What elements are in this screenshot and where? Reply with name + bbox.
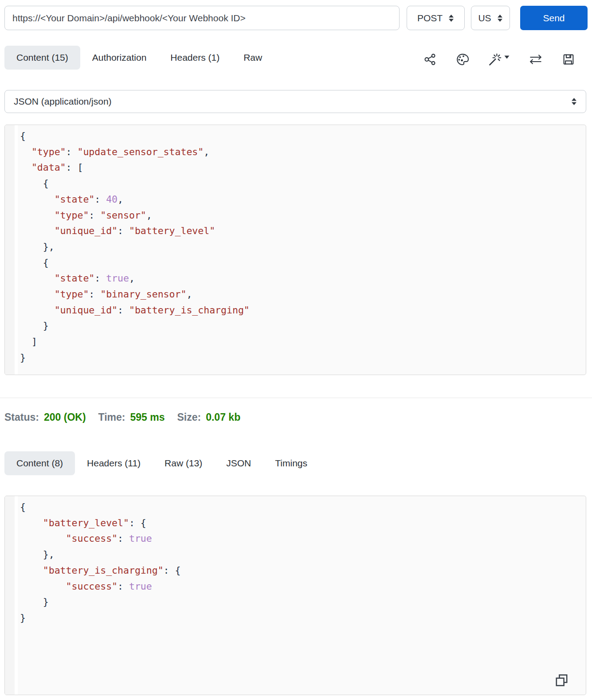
code-line: "type": "binary_sensor", <box>20 286 250 302</box>
response-body-viewer: { "battery_level": { "success": true }, … <box>4 496 586 695</box>
divider <box>0 398 592 398</box>
code-line: } <box>20 318 250 334</box>
updown-arrows-icon <box>448 14 454 22</box>
share-icon[interactable] <box>423 53 437 66</box>
time-value: 595 ms <box>130 411 165 423</box>
status-value: 200 (OK) <box>44 411 86 423</box>
tab-request-headers[interactable]: Headers (1) <box>158 46 231 70</box>
tab-request-content[interactable]: Content (15) <box>4 46 80 70</box>
save-icon[interactable] <box>562 53 575 66</box>
code-line: "unique_id": "battery_level" <box>20 223 250 239</box>
region-select-value: US <box>478 13 491 23</box>
code-line: { <box>20 128 250 144</box>
status-label: Status: <box>4 411 39 423</box>
code-line: { <box>20 176 250 192</box>
code-line: "battery_is_charging": { <box>20 563 180 579</box>
code-line: "state": 40, <box>20 192 250 207</box>
code-line: "data": [ <box>20 160 250 176</box>
code-line: } <box>20 610 180 626</box>
code-line: }, <box>20 547 180 563</box>
response-status-row: Status: 200 (OK) Time: 595 ms Size: 0.07… <box>4 411 253 423</box>
code-line: "battery_level": { <box>20 515 180 531</box>
response-body-code: { "battery_level": { "success": true }, … <box>20 499 180 626</box>
code-line: "type": "update_sensor_states", <box>20 144 250 160</box>
toolbar <box>423 53 575 66</box>
body-type-select-value: JSON (application/json) <box>14 96 112 107</box>
tab-response-raw[interactable]: Raw (13) <box>153 451 214 475</box>
caret-down-icon <box>504 55 510 59</box>
code-line: { <box>20 499 180 515</box>
url-input[interactable] <box>4 6 400 30</box>
code-line: "success": true <box>20 531 180 547</box>
method-select-value: POST <box>417 13 443 23</box>
code-line: "state": true, <box>20 270 250 286</box>
request-tabs: Content (15) Authorization Headers (1) R… <box>4 46 274 70</box>
code-line: { <box>20 255 250 271</box>
editor-gutter <box>5 125 18 375</box>
tab-request-raw[interactable]: Raw <box>231 46 274 70</box>
size-label: Size: <box>177 411 201 423</box>
body-type-select[interactable]: JSON (application/json) <box>4 90 586 113</box>
swap-icon[interactable] <box>529 54 543 65</box>
code-line: } <box>20 594 180 610</box>
tab-response-content[interactable]: Content (8) <box>4 451 75 475</box>
response-tabs: Content (8) Headers (11) Raw (13) JSON T… <box>4 451 319 475</box>
api-tester-app: POST US Send Content (15) Authorization … <box>0 0 592 700</box>
send-button[interactable]: Send <box>520 6 588 30</box>
code-line: "unique_id": "battery_is_charging" <box>20 302 250 318</box>
tab-response-json[interactable]: JSON <box>214 451 263 475</box>
tab-response-headers[interactable]: Headers (11) <box>75 451 153 475</box>
updown-arrows-icon <box>497 14 503 22</box>
region-select[interactable]: US <box>471 6 510 30</box>
size-value: 0.07 kb <box>206 411 240 423</box>
viewer-gutter <box>5 496 18 695</box>
tab-authorization[interactable]: Authorization <box>80 46 159 70</box>
code-line: "success": true <box>20 579 180 594</box>
updown-arrows-icon <box>571 98 577 106</box>
tab-response-timings[interactable]: Timings <box>263 451 319 475</box>
code-line: }, <box>20 239 250 255</box>
palette-icon[interactable] <box>456 53 469 66</box>
time-label: Time: <box>98 411 125 423</box>
method-select[interactable]: POST <box>407 6 465 30</box>
magic-wand-dropdown-icon[interactable] <box>488 53 510 66</box>
code-line: } <box>20 350 250 366</box>
code-line: "type": "sensor", <box>20 207 250 223</box>
code-line: ] <box>20 334 250 350</box>
request-body-editor[interactable]: { "type": "update_sensor_states", "data"… <box>4 125 586 375</box>
request-body-code[interactable]: { "type": "update_sensor_states", "data"… <box>20 128 250 366</box>
copy-icon[interactable] <box>554 673 569 689</box>
